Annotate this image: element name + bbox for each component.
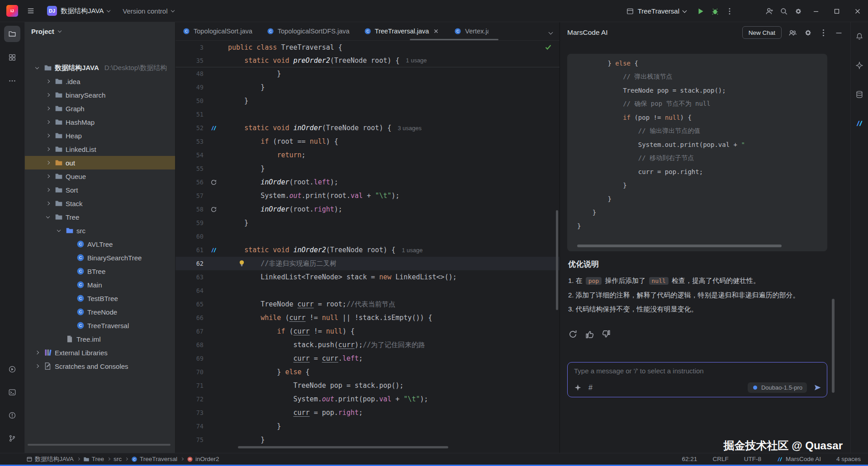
chevron-right-icon[interactable] <box>44 172 52 180</box>
tree-item-stack[interactable]: Stack <box>25 197 175 210</box>
chevron-right-icon[interactable] <box>44 91 52 99</box>
more-actions-button[interactable] <box>722 4 737 19</box>
project-panel-header[interactable]: Project <box>25 22 175 40</box>
chat-code-scrollbar[interactable] <box>577 245 782 247</box>
tree-item-testbtree[interactable]: CTestBTree <box>25 292 175 305</box>
more-vert-icon[interactable] <box>819 28 828 37</box>
tree-item-hashmap[interactable]: HashMap <box>25 115 175 129</box>
chevron-down-icon[interactable] <box>55 226 63 235</box>
marscode-tool-button[interactable] <box>853 117 866 130</box>
ai-assistant-tool-button[interactable] <box>853 59 866 72</box>
chevron-down-icon[interactable] <box>44 213 52 221</box>
code-line[interactable]: 3public class TreeTraversal { <box>175 41 560 54</box>
chevron-down-icon[interactable] <box>33 64 41 72</box>
tree-item-out[interactable]: out <box>25 156 175 169</box>
line-number[interactable]: 35 <box>175 57 204 64</box>
line-number[interactable]: 63 <box>175 273 204 281</box>
tree-item-java[interactable]: 数据结构JAVAD:\Desktop\数据结构 <box>25 61 175 75</box>
line-number[interactable]: 53 <box>175 138 204 145</box>
code-line[interactable]: 63 LinkedList<TreeNode> stack = new Link… <box>175 270 560 284</box>
tab-treetraversal-java[interactable]: CTreeTraversal.java <box>357 22 447 41</box>
line-number[interactable]: 57 <box>175 192 204 199</box>
line-number[interactable]: 58 <box>175 206 204 213</box>
line-number[interactable]: 72 <box>175 395 204 403</box>
regenerate-icon[interactable] <box>568 329 578 339</box>
code-line[interactable]: 69 curr = curr.left; <box>175 352 560 365</box>
debug-button[interactable] <box>708 4 722 19</box>
thumbs-up-icon[interactable] <box>585 329 594 339</box>
status-4-spaces[interactable]: 4 spaces <box>836 456 861 462</box>
window-minimize-button[interactable] <box>806 0 826 22</box>
marscode-icon[interactable] <box>205 125 222 132</box>
code-line[interactable]: 72 System.out.print(pop.val + "\t"); <box>175 392 560 406</box>
project-horizontal-scrollbar[interactable] <box>28 444 171 446</box>
code-line[interactable]: 75 } <box>175 433 560 447</box>
code-line[interactable]: 67 if (curr != null) { <box>175 325 560 338</box>
code-line[interactable]: 60 <box>175 230 560 243</box>
code-line[interactable]: 56 inOrder(root.left); <box>175 175 560 189</box>
tree-item-linkedlist[interactable]: LinkedList <box>25 142 175 156</box>
status-crlf[interactable]: CRLF <box>712 456 728 462</box>
usages-hint[interactable]: 3 usages <box>398 125 422 132</box>
tree-item-scratches-and-consoles[interactable]: Scratches and Consoles <box>25 359 175 373</box>
new-chat-button[interactable]: New Chat <box>742 26 782 39</box>
tree-item-btree[interactable]: CBTree <box>25 264 175 278</box>
breadcrumb-item-tree[interactable]: Tree <box>83 456 104 462</box>
prompt-star-icon[interactable] <box>574 384 582 391</box>
tree-item-sort[interactable]: Sort <box>25 183 175 197</box>
vcs-widget[interactable]: Version control <box>119 5 177 17</box>
chat-vertical-scrollbar[interactable] <box>832 299 835 393</box>
line-number[interactable]: 60 <box>175 233 204 240</box>
line-number[interactable]: 3 <box>175 44 204 51</box>
tree-item-main[interactable]: CMain <box>25 278 175 292</box>
line-number[interactable]: 48 <box>175 70 204 77</box>
tree-item-binarysearch[interactable]: binarySearch <box>25 88 175 102</box>
chevron-right-icon[interactable] <box>33 348 41 357</box>
chevron-right-icon[interactable] <box>44 104 52 113</box>
line-number[interactable]: 56 <box>175 179 204 186</box>
code-line[interactable]: 49 } <box>175 80 560 94</box>
tree-item-idea[interactable]: .idea <box>25 75 175 88</box>
code-line[interactable]: 66 while (curr != null || !stack.isEmpty… <box>175 311 560 325</box>
chevron-right-icon[interactable] <box>44 199 52 207</box>
code-editor[interactable]: 3public class TreeTraversal {35 static v… <box>175 41 560 453</box>
tree-item-src[interactable]: src <box>25 224 175 237</box>
code-line[interactable]: 50 } <box>175 94 560 108</box>
community-icon[interactable] <box>788 28 797 37</box>
line-number[interactable]: 73 <box>175 409 204 416</box>
modules-tool-button[interactable] <box>4 49 20 66</box>
code-line[interactable]: 54 return; <box>175 148 560 162</box>
tree-item-tree-iml[interactable]: Tree.iml <box>25 332 175 346</box>
problems-tool-button[interactable] <box>4 407 20 424</box>
code-line[interactable]: 62 //非递归实现遍历二叉树 <box>175 257 560 270</box>
notifications-tool-button[interactable] <box>853 30 866 43</box>
code-line[interactable]: 70 } else { <box>175 365 560 379</box>
editor-vertical-scrollbar[interactable] <box>556 210 558 310</box>
line-number[interactable]: 55 <box>175 165 204 172</box>
editor-horizontal-scrollbar[interactable] <box>238 446 448 448</box>
line-number[interactable]: 49 <box>175 84 204 91</box>
tree-item-graph[interactable]: Graph <box>25 102 175 115</box>
breadcrumb-item-treetraversal[interactable]: CTreeTraversal <box>131 456 177 462</box>
recursion-icon[interactable] <box>205 206 222 213</box>
thumbs-down-icon[interactable] <box>602 329 611 339</box>
project-widget[interactable]: DJ 数据结构JAVA <box>43 4 114 18</box>
tree-item-tree[interactable]: Tree <box>25 210 175 224</box>
breadcrumb-item-inorder2[interactable]: minOrder2 <box>187 456 219 462</box>
hash-command-icon[interactable]: # <box>588 384 593 392</box>
chevron-right-icon[interactable] <box>44 132 52 140</box>
code-line[interactable]: 74 } <box>175 419 560 433</box>
code-line[interactable]: 61 static void inOrder2(TreeNode root) {… <box>175 243 560 257</box>
tab-scrollbar[interactable] <box>410 39 498 40</box>
chevron-right-icon[interactable] <box>44 186 52 194</box>
bulb-icon[interactable] <box>238 259 246 267</box>
code-line[interactable]: 35 static void preOrder2(TreeNode root) … <box>175 54 560 67</box>
tab-vertex-java[interactable]: CVertex.java <box>447 22 489 41</box>
tab-topologicalsortdfs-java[interactable]: CTopologicalSortDFS.java <box>260 22 357 41</box>
model-selector[interactable]: Doubao-1.5-pro <box>748 382 807 393</box>
code-line[interactable]: 52 static void inOrder(TreeNode root) {3… <box>175 121 560 135</box>
tree-item-avltree[interactable]: CAVLTree <box>25 237 175 251</box>
code-line[interactable]: 57 System.out.print(root.val + "\t"); <box>175 189 560 202</box>
code-line[interactable]: 71 TreeNode pop = stack.pop(); <box>175 379 560 392</box>
send-icon[interactable] <box>814 384 821 391</box>
